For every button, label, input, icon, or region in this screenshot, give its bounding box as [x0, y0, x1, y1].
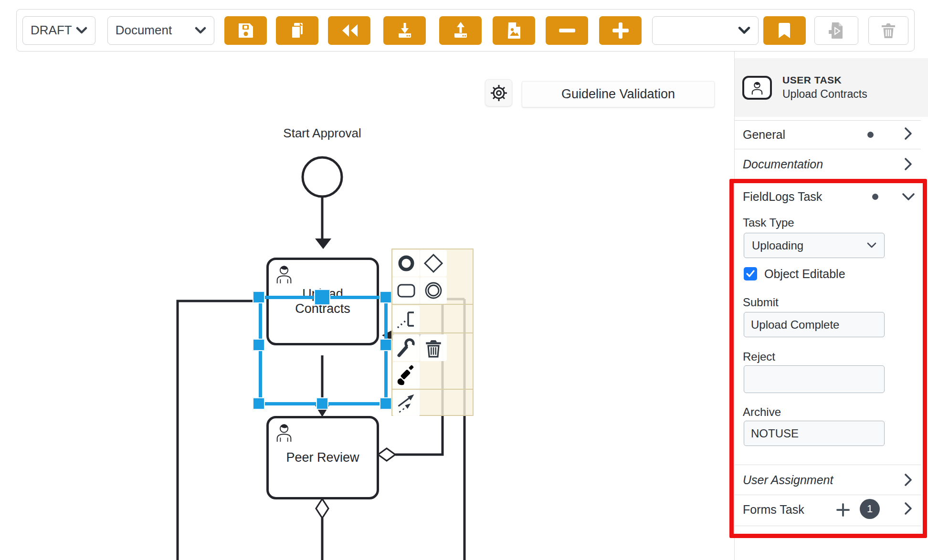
change-type-button[interactable]	[393, 334, 420, 361]
settings-button[interactable]	[485, 79, 512, 106]
archive-input[interactable]	[744, 421, 885, 446]
intermediate-event-icon	[423, 280, 444, 301]
bookmark-button[interactable]	[763, 16, 806, 45]
section-filled-indicator	[872, 194, 878, 200]
object-editable-checkbox[interactable]	[744, 267, 757, 280]
flow-loop-left[interactable]	[178, 301, 264, 560]
chevron-down-icon	[867, 242, 876, 249]
section-user-assignment[interactable]: User Assignment	[743, 473, 833, 487]
start-event-shape[interactable]	[303, 157, 342, 197]
submit-input[interactable]	[744, 312, 885, 337]
minus-icon	[559, 29, 575, 32]
connect-button[interactable]	[393, 390, 420, 416]
chevron-right-icon[interactable]	[904, 127, 913, 140]
gear-icon	[489, 83, 508, 103]
section-documentation[interactable]: Documentation	[743, 157, 823, 171]
reject-label: Reject	[743, 350, 775, 363]
set-color-button[interactable]	[393, 362, 420, 389]
resize-handle-n[interactable]	[314, 289, 330, 305]
conditional-flow-marker	[316, 499, 328, 518]
diagram-canvas[interactable]: Start Approval Upload Contracts Peer Rev…	[0, 52, 734, 560]
rewind-icon	[339, 23, 359, 38]
resize-handle-s[interactable]	[316, 397, 328, 410]
zoom-out-button[interactable]	[546, 16, 588, 45]
user-task-badge-icon	[742, 76, 772, 100]
delete-element-button[interactable]	[420, 334, 447, 361]
undo-rewind-button[interactable]	[328, 16, 370, 45]
resize-handle-sw[interactable]	[253, 397, 265, 410]
start-event-label: Start Approval	[260, 126, 384, 141]
copy-icon	[288, 21, 307, 40]
divider	[735, 120, 921, 121]
append-text-annotation-button[interactable]	[393, 306, 420, 332]
chevron-right-icon[interactable]	[904, 157, 913, 171]
plus-icon	[612, 22, 629, 39]
text-annotation-icon	[396, 309, 417, 330]
task-icon	[396, 280, 417, 301]
chevron-down-icon	[195, 27, 206, 34]
end-event-icon	[396, 253, 416, 273]
chevron-down-icon	[76, 27, 87, 34]
trash-icon	[880, 21, 897, 40]
resize-handle-e[interactable]	[380, 339, 392, 351]
zoom-in-button[interactable]	[599, 16, 642, 45]
check-icon	[746, 270, 755, 278]
document-type-dropdown[interactable]: Document	[107, 16, 215, 45]
divider	[735, 495, 921, 495]
chevron-right-icon[interactable]	[904, 473, 913, 487]
section-general[interactable]: General	[743, 128, 785, 142]
task-type-label: Task Type	[743, 216, 794, 229]
element-type-label: USER TASK	[782, 74, 867, 86]
image-file-icon	[505, 21, 523, 40]
upload-button[interactable]	[439, 16, 482, 45]
copy-button[interactable]	[276, 16, 318, 45]
resize-handle-w[interactable]	[253, 339, 265, 351]
section-forms-task[interactable]: Forms Task	[743, 503, 804, 517]
export-document-button[interactable]	[814, 16, 858, 45]
chevron-down-icon[interactable]	[902, 193, 915, 201]
arrowhead	[315, 239, 331, 249]
toolbar: DRAFT Document	[16, 9, 915, 52]
append-intermediate-event-button[interactable]	[420, 277, 447, 304]
download-button[interactable]	[383, 16, 426, 45]
trash-icon	[423, 337, 443, 358]
download-icon	[395, 21, 414, 40]
divider	[735, 149, 921, 149]
reject-input[interactable]	[744, 365, 885, 393]
resize-handle-se[interactable]	[380, 397, 392, 410]
zoom-level-dropdown[interactable]	[652, 16, 759, 45]
wrench-icon	[396, 337, 417, 358]
task-type-value: Uploading	[752, 239, 803, 252]
append-task-button[interactable]	[393, 277, 420, 304]
task-type-select[interactable]: Uploading	[744, 233, 885, 258]
chevron-right-icon[interactable]	[904, 502, 913, 515]
delete-button[interactable]	[868, 16, 908, 45]
context-pad	[391, 249, 474, 416]
resize-handle-nw[interactable]	[253, 291, 265, 303]
divider	[735, 465, 921, 465]
upload-icon	[451, 21, 470, 40]
archive-label: Archive	[743, 405, 781, 419]
object-editable-label: Object Editable	[764, 267, 845, 281]
user-task-icon	[274, 422, 294, 442]
connect-arrows-icon	[396, 393, 417, 414]
forms-count-value: 1	[867, 503, 873, 515]
task-peer-review[interactable]: Peer Review	[266, 416, 379, 499]
element-header: USER TASK Upload Contracts	[735, 58, 928, 117]
add-form-button[interactable]	[836, 503, 850, 517]
resize-handle-ne[interactable]	[380, 291, 392, 303]
properties-panel: USER TASK Upload Contracts General Docum…	[734, 52, 928, 560]
save-icon	[236, 21, 255, 40]
status-dropdown[interactable]: DRAFT	[22, 16, 95, 45]
conditional-flow-marker	[378, 448, 395, 461]
task-label: Peer Review	[286, 450, 359, 465]
export-image-button[interactable]	[493, 16, 535, 45]
save-button[interactable]	[224, 16, 267, 45]
gateway-icon	[423, 253, 444, 274]
user-task-icon	[274, 264, 294, 284]
append-gateway-button[interactable]	[420, 250, 447, 277]
export-file-icon	[827, 21, 845, 40]
guideline-validation-button[interactable]: Guideline Validation	[522, 81, 715, 107]
section-fieldlogs-task[interactable]: FieldLogs Task	[743, 190, 822, 204]
append-end-event-button[interactable]	[393, 250, 420, 277]
